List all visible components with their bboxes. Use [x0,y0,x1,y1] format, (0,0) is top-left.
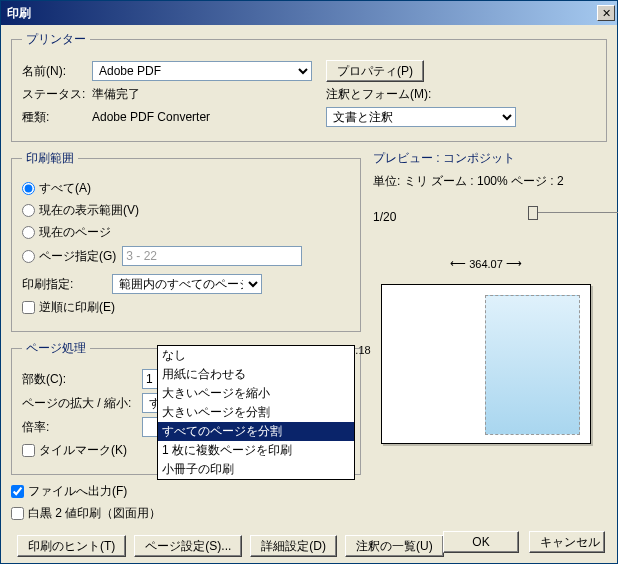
scaling-dropdown-list[interactable]: なし 用紙に合わせる 大きいページを縮小 大きいページを分割 すべてのページを分… [157,345,355,480]
printer-status-label: ステータス: [22,86,92,103]
range-currentpage-radio[interactable] [22,226,35,239]
preview-slider-label: 1/20 [373,210,396,224]
ok-button[interactable]: OK [443,531,519,553]
range-all-radio[interactable] [22,182,35,195]
preview-units-line: 単位: ミリ ズーム : 100% ページ : 2 [373,173,607,190]
preview-canvas [381,284,591,444]
page-handling-legend: ページ処理 [22,340,90,357]
reverse-order-checkbox[interactable] [22,301,35,314]
printer-properties-button[interactable]: プロパティ(P) [326,60,424,82]
printer-type-label: 種類: [22,109,92,126]
printer-status-value: 準備完了 [92,86,312,103]
comments-forms-label: 注釈とフォーム(M): [326,86,431,103]
preview-legend: プレビュー : コンポジット [371,150,607,167]
scaling-option[interactable]: 小冊子の印刷 [158,460,354,479]
printer-type-value: Adobe PDF Converter [92,110,312,124]
range-pages-radio[interactable] [22,250,35,263]
window-title: 印刷 [7,5,31,22]
tilemarks-checkbox[interactable] [22,444,35,457]
comments-forms-select[interactable]: 文書と注釈 [326,107,516,127]
close-button[interactable]: ✕ [597,5,615,21]
range-all-label: すべて(A) [39,180,91,197]
print-range-legend: 印刷範囲 [22,150,78,167]
titlebar: 印刷 ✕ [1,1,617,25]
preview-width: 364.07 [469,258,503,270]
print-range-group: 印刷範囲 すべて(A) 現在の表示範囲(V) 現在のページ [11,150,361,332]
print-to-file-checkbox[interactable] [11,485,24,498]
range-pages-label: ページ指定(G) [39,248,116,265]
scaling-option[interactable]: 大きいページを縮小 [158,384,354,403]
advanced-button[interactable]: 詳細設定(D) [250,535,337,557]
annotation-list-button[interactable]: 注釈の一覧(U) [345,535,444,557]
print-dialog: 印刷 ✕ プリンター 名前(N): Adobe PDF プロパティ(P) ステー… [0,0,618,564]
preview-page-thumb [485,295,580,435]
printer-legend: プリンター [22,31,90,48]
copies-label: 部数(C): [22,371,142,388]
subset-select[interactable]: 範囲内のすべてのページ [112,274,262,294]
printer-name-select[interactable]: Adobe PDF [92,61,312,81]
preview-group: プレビュー : コンポジット 単位: ミリ ズーム : 100% ページ : 2… [371,150,607,527]
range-currentview-label: 現在の表示範囲(V) [39,202,139,219]
bw-label: 白黒 2 値印刷（図面用） [28,505,161,522]
print-to-file-label: ファイルへ出力(F) [28,483,127,500]
cancel-button[interactable]: キャンセル [529,531,605,553]
range-currentpage-label: 現在のページ [39,224,111,241]
preview-slider-thumb[interactable] [528,206,538,220]
range-currentview-radio[interactable] [22,204,35,217]
preview-area: ⟵ 364.07 ⟶ 257.18 [371,274,607,464]
reverse-order-label: 逆順に印刷(E) [39,299,115,316]
printer-name-label: 名前(N): [22,63,92,80]
scaling-option[interactable]: なし [158,346,354,365]
dialog-content: プリンター 名前(N): Adobe PDF プロパティ(P) ステータス: 準… [1,25,617,564]
subset-label: 印刷指定: [22,276,112,293]
zoom-label: 倍率: [22,419,142,436]
printer-group: プリンター 名前(N): Adobe PDF プロパティ(P) ステータス: 準… [11,31,607,142]
tilemarks-label: タイルマーク(K) [39,442,127,459]
preview-slider[interactable] [528,206,618,220]
scaling-option[interactable]: 大きいページを分割 [158,403,354,422]
printing-hints-button[interactable]: 印刷のヒント(T) [17,535,126,557]
bw-checkbox[interactable] [11,507,24,520]
scaling-label: ページの拡大 / 縮小: [22,395,142,412]
scaling-option-selected[interactable]: すべてのページを分割 [158,422,354,441]
range-pages-input [122,246,302,266]
page-setup-button[interactable]: ページ設定(S)... [134,535,242,557]
scaling-option[interactable]: 1 枚に複数ページを印刷 [158,441,354,460]
scaling-option[interactable]: 用紙に合わせる [158,365,354,384]
